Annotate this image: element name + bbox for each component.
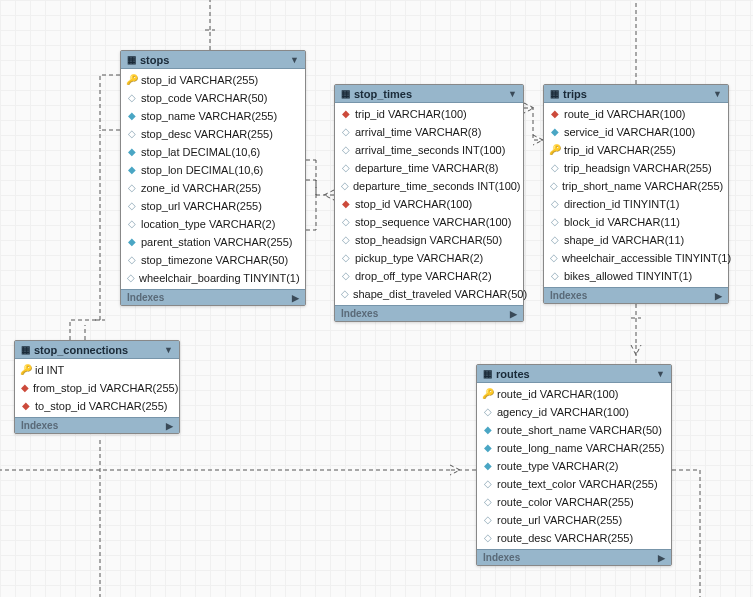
diamond-filled-icon: ◆: [127, 108, 137, 124]
column: ◆trip_id VARCHAR(100): [335, 105, 523, 123]
column-text: stop_url VARCHAR(255): [141, 198, 262, 214]
table-icon: ▦: [127, 54, 136, 65]
column: ◆route_long_name VARCHAR(255): [477, 439, 671, 457]
chevron-down-icon[interactable]: ▼: [656, 369, 665, 379]
entity-header[interactable]: ▦ trips ▼: [544, 85, 728, 103]
indexes-label: Indexes: [483, 552, 520, 563]
column: ◇location_type VARCHAR(2): [121, 215, 305, 233]
column: ◆stop_lat DECIMAL(10,6): [121, 143, 305, 161]
column-text: route_type VARCHAR(2): [497, 458, 618, 474]
diamond-open-icon: ◇: [483, 476, 493, 492]
entity-header[interactable]: ▦ routes ▼: [477, 365, 671, 383]
column-text: route_short_name VARCHAR(50): [497, 422, 662, 438]
column: ◆parent_station VARCHAR(255): [121, 233, 305, 251]
column: ◇block_id VARCHAR(11): [544, 213, 728, 231]
column-text: trip_id VARCHAR(255): [564, 142, 676, 158]
column: ◆from_stop_id VARCHAR(255): [15, 379, 179, 397]
table-icon: ▦: [341, 88, 350, 99]
entity-stops[interactable]: ▦ stops ▼ 🔑stop_id VARCHAR(255) ◇stop_co…: [120, 50, 306, 306]
diamond-open-icon: ◇: [127, 126, 137, 142]
indexes-label: Indexes: [341, 308, 378, 319]
chevron-down-icon[interactable]: ▼: [164, 345, 173, 355]
column: ◇route_text_color VARCHAR(255): [477, 475, 671, 493]
column-text: wheelchair_accessible TINYINT(1): [562, 250, 731, 266]
diamond-fk-icon: ◆: [21, 380, 29, 396]
entity-routes[interactable]: ▦ routes ▼ 🔑route_id VARCHAR(100) ◇agenc…: [476, 364, 672, 566]
diamond-open-icon: ◇: [550, 160, 560, 176]
column-list: 🔑id INT ◆from_stop_id VARCHAR(255) ◆to_s…: [15, 359, 179, 417]
entity-trips[interactable]: ▦ trips ▼ ◆route_id VARCHAR(100) ◆servic…: [543, 84, 729, 304]
diamond-open-icon: ◇: [127, 90, 137, 106]
indexes-section[interactable]: Indexes ▶: [544, 287, 728, 303]
column: 🔑trip_id VARCHAR(255): [544, 141, 728, 159]
column: 🔑stop_id VARCHAR(255): [121, 71, 305, 89]
diamond-open-icon: ◇: [127, 270, 135, 286]
column-list: 🔑stop_id VARCHAR(255) ◇stop_code VARCHAR…: [121, 69, 305, 289]
column-text: route_desc VARCHAR(255): [497, 530, 633, 546]
entity-title: stop_connections: [34, 344, 160, 356]
diamond-open-icon: ◇: [341, 268, 351, 284]
diamond-open-icon: ◇: [341, 214, 351, 230]
diamond-open-icon: ◇: [550, 178, 558, 194]
column-text: arrival_time VARCHAR(8): [355, 124, 481, 140]
column: ◇zone_id VARCHAR(255): [121, 179, 305, 197]
column-text: service_id VARCHAR(100): [564, 124, 695, 140]
diamond-fk-icon: ◆: [550, 106, 560, 122]
diamond-open-icon: ◇: [127, 216, 137, 232]
column-text: stop_headsign VARCHAR(50): [355, 232, 502, 248]
column-list: ◆route_id VARCHAR(100) ◆service_id VARCH…: [544, 103, 728, 287]
diamond-open-icon: ◇: [483, 512, 493, 528]
diamond-open-icon: ◇: [341, 142, 351, 158]
column: ◆to_stop_id VARCHAR(255): [15, 397, 179, 415]
entity-stop-connections[interactable]: ▦ stop_connections ▼ 🔑id INT ◆from_stop_…: [14, 340, 180, 434]
column-text: stop_code VARCHAR(50): [141, 90, 267, 106]
column-text: zone_id VARCHAR(255): [141, 180, 261, 196]
diamond-open-icon: ◇: [550, 268, 560, 284]
column: ◇trip_short_name VARCHAR(255): [544, 177, 728, 195]
column: 🔑id INT: [15, 361, 179, 379]
column-text: from_stop_id VARCHAR(255): [33, 380, 178, 396]
column: ◇route_color VARCHAR(255): [477, 493, 671, 511]
key-icon: 🔑: [127, 72, 137, 88]
indexes-section[interactable]: Indexes ▶: [335, 305, 523, 321]
column-text: id INT: [35, 362, 64, 378]
chevron-right-icon: ▶: [166, 421, 173, 431]
column: ◇stop_timezone VARCHAR(50): [121, 251, 305, 269]
diamond-filled-icon: ◆: [127, 144, 137, 160]
chevron-down-icon[interactable]: ▼: [290, 55, 299, 65]
table-icon: ▦: [21, 344, 30, 355]
key-icon: 🔑: [483, 386, 493, 402]
chevron-down-icon[interactable]: ▼: [713, 89, 722, 99]
diamond-fk-icon: ◆: [341, 196, 351, 212]
column-text: route_id VARCHAR(100): [564, 106, 685, 122]
key-icon: 🔑: [550, 142, 560, 158]
indexes-section[interactable]: Indexes ▶: [15, 417, 179, 433]
column-text: stop_sequence VARCHAR(100): [355, 214, 511, 230]
column-text: stop_name VARCHAR(255): [141, 108, 277, 124]
diamond-filled-icon: ◆: [127, 162, 137, 178]
column-text: wheelchair_boarding TINYINT(1): [139, 270, 300, 286]
column: ◇agency_id VARCHAR(100): [477, 403, 671, 421]
column-text: trip_headsign VARCHAR(255): [564, 160, 712, 176]
indexes-section[interactable]: Indexes ▶: [121, 289, 305, 305]
entity-header[interactable]: ▦ stops ▼: [121, 51, 305, 69]
column-text: arrival_time_seconds INT(100): [355, 142, 505, 158]
column-text: route_color VARCHAR(255): [497, 494, 634, 510]
chevron-right-icon: ▶: [658, 553, 665, 563]
entity-title: stop_times: [354, 88, 504, 100]
column: ◇departure_time VARCHAR(8): [335, 159, 523, 177]
entity-header[interactable]: ▦ stop_times ▼: [335, 85, 523, 103]
column-text: trip_short_name VARCHAR(255): [562, 178, 723, 194]
diamond-open-icon: ◇: [483, 404, 493, 420]
column: ◇stop_url VARCHAR(255): [121, 197, 305, 215]
chevron-down-icon[interactable]: ▼: [508, 89, 517, 99]
column: ◇arrival_time_seconds INT(100): [335, 141, 523, 159]
column-text: departure_time_seconds INT(100): [353, 178, 521, 194]
entity-stop-times[interactable]: ▦ stop_times ▼ ◆trip_id VARCHAR(100) ◇ar…: [334, 84, 524, 322]
diamond-open-icon: ◇: [127, 180, 137, 196]
indexes-label: Indexes: [21, 420, 58, 431]
indexes-section[interactable]: Indexes ▶: [477, 549, 671, 565]
diamond-open-icon: ◇: [550, 250, 558, 266]
column: ◇stop_code VARCHAR(50): [121, 89, 305, 107]
entity-header[interactable]: ▦ stop_connections ▼: [15, 341, 179, 359]
